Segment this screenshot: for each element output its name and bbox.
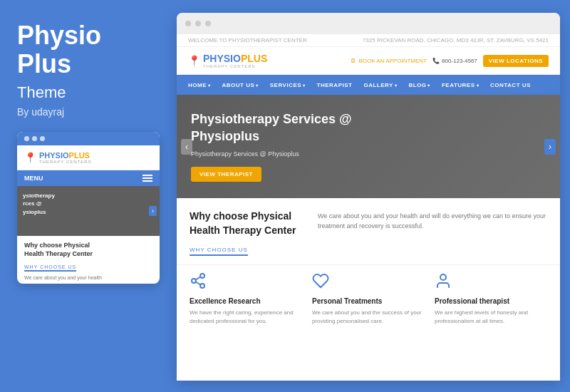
site-hero: Physiotherapy Services @Physioplus Physi… [177, 95, 560, 198]
nav-item-home[interactable]: HOME ▾ [188, 82, 211, 88]
svg-point-5 [440, 274, 446, 280]
mobile-dot-3 [40, 136, 45, 141]
browser-chrome [177, 13, 560, 34]
left-panel: PhysioPlus Theme By udayraj 📍 PHYSIOPLUS… [0, 0, 177, 392]
browser-dot-3 [205, 21, 211, 26]
site-logo: 📍 PHYSIOPLUS THERAPY CENTERS [188, 53, 267, 68]
chevron-down-icon: ▾ [428, 83, 430, 88]
why-description: We care about you and your health and wi… [318, 210, 547, 256]
theme-author: By udayraj [17, 106, 160, 118]
browser-dot-1 [185, 21, 191, 26]
hero-prev-arrow-icon[interactable]: ‹ [181, 139, 192, 155]
why-title: Why choose Physical Health Therapy Cente… [190, 210, 304, 237]
feature-desc-professional: We are highest levels of honesty and pro… [435, 309, 547, 326]
nav-item-about[interactable]: ABOUT US ▾ [222, 82, 259, 88]
theme-title: PhysioPlus [17, 21, 160, 78]
theme-subtitle: Theme [17, 83, 160, 102]
chevron-down-icon: ▾ [256, 83, 259, 88]
mobile-dot-1 [24, 136, 29, 141]
hero-subtitle: Physiotherapy Services @ Physioplus [191, 150, 546, 158]
mobile-why-label: WHY CHOOSE US [24, 264, 76, 272]
mobile-logo-bar: 📍 PHYSIOPLUS THERAPY CENTERS [17, 145, 160, 170]
hero-cta-button[interactable]: VIEW THERAPIST [191, 167, 261, 182]
feature-desc-personal: We care about you and the success of you… [312, 309, 425, 326]
top-bar-welcome: WELCOME TO PHYSIOTHERAPIST CENTER [188, 37, 307, 43]
phone-label: 800-123-4567 [442, 58, 477, 64]
logo-tagline: THERAPY CENTERS [203, 64, 267, 68]
header-actions: 🗓 BOOK AN APPOINTMENT 📞 800-123-4567 VIE… [351, 55, 549, 67]
feature-title-excellence: Excellence Research [190, 297, 302, 305]
phone-button[interactable]: 📞 800-123-4567 [432, 58, 477, 64]
feature-card-excellence: Excellence Research We have the right ca… [190, 272, 302, 326]
phone-icon: 📞 [432, 58, 440, 64]
site-header: 📍 PHYSIOPLUS THERAPY CENTERS 🗓 BOOK AN A… [177, 47, 560, 75]
mobile-logo-pin-icon: 📍 [24, 152, 36, 163]
chevron-down-icon: ▾ [477, 83, 480, 88]
nav-item-services[interactable]: SERVICES ▾ [270, 82, 306, 88]
browser-dot-2 [195, 21, 201, 26]
top-bar-address: 7325 RICKEVAN ROAD, CHICAGO, MD3 42JR, S… [363, 37, 549, 43]
nav-item-therapist[interactable]: THERAPIST [317, 82, 353, 88]
logo-name: PHYSIOPLUS [203, 53, 267, 64]
nav-item-blog[interactable]: BLOG ▾ [408, 82, 430, 88]
feature-desc-excellence: We have the right caring, experience and… [190, 309, 302, 326]
hero-next-arrow-icon[interactable]: › [544, 139, 556, 155]
mobile-hero-arrow-icon[interactable]: › [149, 206, 157, 216]
nav-item-contact[interactable]: CONTACT US [490, 82, 531, 88]
appointment-icon: 🗓 [351, 58, 356, 64]
logo-pin-icon: 📍 [188, 55, 200, 66]
mobile-why-title: Why choose PhysicalHealth Therapy Center [24, 242, 152, 258]
mobile-logo-text: PHYSIOPLUS [39, 151, 92, 160]
site-top-bar: WELCOME TO PHYSIOTHERAPIST CENTER 7325 R… [177, 34, 560, 47]
why-section: Why choose Physical Health Therapy Cente… [177, 198, 560, 264]
site-nav: HOME ▾ ABOUT US ▾ SERVICES ▾ THERAPIST G… [177, 75, 560, 95]
mobile-desc: We care about you and your health [24, 274, 152, 282]
mobile-hamburger-icon [142, 175, 152, 182]
person-icon [435, 272, 547, 293]
nav-item-gallery[interactable]: GALLERY ▾ [363, 82, 397, 88]
mobile-top-bar [17, 132, 160, 145]
nav-item-features[interactable]: FEATURES ▾ [442, 82, 479, 88]
mobile-hero-text: ysiotherapyrces @ysioplus [23, 192, 154, 216]
heart-icon [312, 272, 425, 293]
feature-title-professional: Professional therapist [435, 297, 547, 305]
mobile-menu-bar: MENU [17, 170, 160, 186]
chevron-down-icon: ▾ [303, 83, 306, 88]
appointment-button[interactable]: 🗓 BOOK AN APPOINTMENT [351, 58, 427, 64]
mobile-mockup: 📍 PHYSIOPLUS THERAPY CENTERS MENU ysioth… [17, 132, 160, 284]
why-left: Why choose Physical Health Therapy Cente… [190, 210, 304, 256]
svg-line-4 [196, 277, 201, 280]
mobile-hero: ysiotherapyrces @ysioplus › [17, 186, 160, 236]
mobile-logo-tagline: THERAPY CENTERS [39, 160, 92, 164]
feature-card-professional: Professional therapist We are highest le… [435, 272, 547, 326]
main-preview: WELCOME TO PHYSIOTHERAPIST CENTER 7325 R… [177, 13, 560, 381]
chevron-down-icon: ▾ [208, 83, 211, 88]
feature-card-personal: Personal Treatments We care about you an… [312, 272, 425, 326]
view-locations-button[interactable]: VIEW LOCATIONS [483, 55, 549, 67]
mobile-menu-label: MENU [24, 175, 43, 182]
features-row: Excellence Research We have the right ca… [177, 264, 560, 334]
mobile-dot-2 [32, 136, 37, 141]
svg-line-3 [196, 282, 201, 285]
hero-content: Physiotherapy Services @Physioplus Physi… [191, 111, 546, 182]
appointment-label: BOOK AN APPOINTMENT [358, 58, 427, 64]
share-icon [190, 272, 302, 293]
hero-title: Physiotherapy Services @Physioplus [191, 111, 362, 145]
chevron-down-icon: ▾ [395, 83, 398, 88]
why-label: WHY CHOOSE US [190, 247, 248, 256]
feature-title-personal: Personal Treatments [312, 297, 425, 305]
mobile-why-section: Why choose PhysicalHealth Therapy Center… [17, 236, 160, 284]
